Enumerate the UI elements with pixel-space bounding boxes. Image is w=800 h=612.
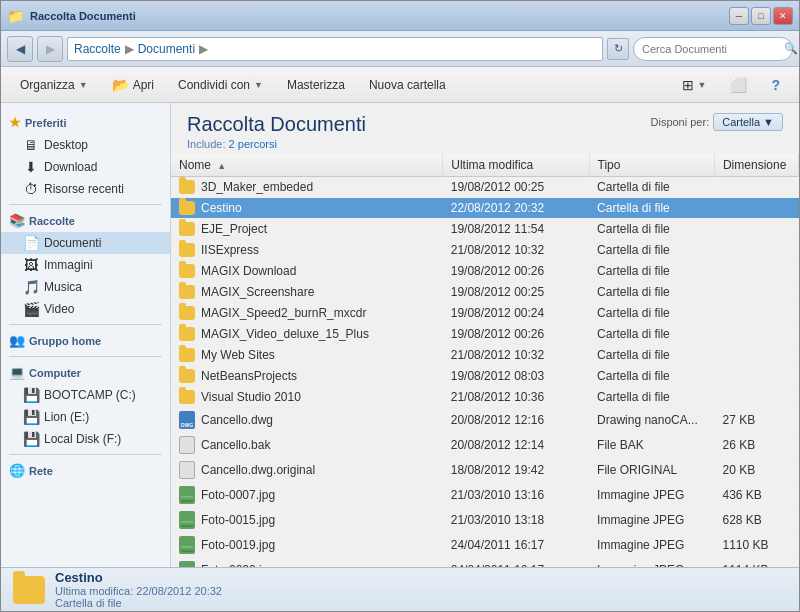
sidebar-group-header-computer[interactable]: 💻 Computer (1, 361, 170, 384)
table-row[interactable]: IISExpress 21/08/2012 10:32 Cartella di … (171, 240, 799, 261)
view-dropdown-icon: ▼ (698, 80, 707, 90)
cell-name: NetBeansProjects (171, 366, 443, 387)
folder-icon (179, 306, 195, 320)
sidebar-group-gruppo-home: 👥 Gruppo home (1, 329, 170, 352)
sidebar-musica-label: Musica (44, 280, 82, 294)
preview-button[interactable]: ⬜ (719, 71, 758, 99)
breadcrumb-sep1: ▶ (125, 42, 134, 56)
organizza-button[interactable]: Organizza ▼ (9, 71, 99, 99)
col-header-data[interactable]: Ultima modifica (443, 154, 589, 177)
masterizza-button[interactable]: Masterizza (276, 71, 356, 99)
file-row-name: MAGIX_Video_deluxe_15_Plus (179, 327, 435, 341)
cell-size (714, 345, 798, 366)
help-icon: ? (771, 77, 780, 93)
cell-date: 21/08/2012 10:32 (443, 345, 589, 366)
cell-name: EJE_Project (171, 219, 443, 240)
table-row[interactable]: Foto-0020.jpg 24/04/2011 16:17 Immagine … (171, 558, 799, 568)
table-row[interactable]: My Web Sites 21/08/2012 10:32 Cartella d… (171, 345, 799, 366)
raccolte-icon: 📚 (9, 213, 25, 228)
file-row-name: NetBeansProjects (179, 369, 435, 383)
rete-label: Rete (29, 465, 53, 477)
percorsi-link[interactable]: 2 percorsi (229, 138, 277, 150)
table-row[interactable]: 3D_Maker_embeded 19/08/2012 00:25 Cartel… (171, 177, 799, 198)
table-row[interactable]: Cancello.bak 20/08/2012 12:14 File BAK 2… (171, 433, 799, 458)
col-header-dimensione[interactable]: Dimensione (714, 154, 798, 177)
cell-name: My Web Sites (171, 345, 443, 366)
cell-size (714, 324, 798, 345)
back-button[interactable]: ◀ (7, 36, 33, 62)
view-icon: ⊞ (682, 77, 694, 93)
table-row[interactable]: MAGIX_Screenshare 19/08/2012 00:25 Carte… (171, 282, 799, 303)
nuova-cartella-button[interactable]: Nuova cartella (358, 71, 457, 99)
table-row[interactable]: Cancello.dwg 20/08/2012 12:16 Drawing na… (171, 408, 799, 433)
breadcrumb-documenti[interactable]: Documenti (138, 42, 195, 56)
file-name-text: Foto-0019.jpg (201, 538, 275, 552)
sidebar-item-video[interactable]: 🎬 Video (1, 298, 170, 320)
file-row-name: MAGIX_Speed2_burnR_mxcdr (179, 306, 435, 320)
table-row[interactable]: MAGIX Download 19/08/2012 00:26 Cartella… (171, 261, 799, 282)
help-button[interactable]: ? (760, 71, 791, 99)
sidebar-item-lion[interactable]: 💾 Lion (E:) (1, 406, 170, 428)
sidebar-group-header-raccolte[interactable]: 📚 Raccolte (1, 209, 170, 232)
sidebar-item-desktop[interactable]: 🖥 Desktop (1, 134, 170, 156)
close-button[interactable]: ✕ (773, 7, 793, 25)
view-options-button[interactable]: ⊞ ▼ (671, 71, 718, 99)
sidebar-localdisk-label: Local Disk (F:) (44, 432, 121, 446)
file-table-container[interactable]: Nome ▲ Ultima modifica Tipo Dimensione (171, 154, 799, 567)
cell-size: 20 KB (714, 458, 798, 483)
search-input[interactable] (642, 43, 780, 55)
table-row[interactable]: EJE_Project 19/08/2012 11:54 Cartella di… (171, 219, 799, 240)
cell-name: Visual Studio 2010 (171, 387, 443, 408)
refresh-button[interactable]: ↻ (607, 38, 629, 60)
sidebar-video-label: Video (44, 302, 74, 316)
col-header-nome[interactable]: Nome ▲ (171, 154, 443, 177)
table-row[interactable]: NetBeansProjects 19/08/2012 08:03 Cartel… (171, 366, 799, 387)
folder-icon (179, 201, 195, 215)
apri-label: Apri (133, 78, 154, 92)
file-name-text: Foto-0020.jpg (201, 563, 275, 567)
sidebar-item-localdisk[interactable]: 💾 Local Disk (F:) (1, 428, 170, 450)
sidebar-item-download[interactable]: ⬇ Download (1, 156, 170, 178)
table-row[interactable]: Foto-0015.jpg 21/03/2010 13:18 Immagine … (171, 508, 799, 533)
sort-arrow-nome: ▲ (217, 161, 226, 171)
folder-icon (179, 222, 195, 236)
file-row-name: 3D_Maker_embeded (179, 180, 435, 194)
maximize-button[interactable]: □ (751, 7, 771, 25)
file-area: Raccolta Documenti Include: 2 percorsi D… (171, 103, 799, 567)
divider-1 (9, 204, 162, 205)
cell-type: Drawing nanoCA... (589, 408, 714, 433)
sidebar-group-header-preferiti[interactable]: ★ Preferiti (1, 111, 170, 134)
breadcrumb[interactable]: Raccolte ▶ Documenti ▶ (67, 37, 603, 61)
file-name-text: NetBeansProjects (201, 369, 297, 383)
apri-button[interactable]: 📂 Apri (101, 71, 165, 99)
table-row[interactable]: MAGIX_Speed2_burnR_mxcdr 19/08/2012 00:2… (171, 303, 799, 324)
sidebar-item-musica[interactable]: 🎵 Musica (1, 276, 170, 298)
cell-date: 19/08/2012 00:25 (443, 282, 589, 303)
table-row[interactable]: Foto-0019.jpg 24/04/2011 16:17 Immagine … (171, 533, 799, 558)
table-row[interactable]: Foto-0007.jpg 21/03/2010 13:16 Immagine … (171, 483, 799, 508)
table-row[interactable]: MAGIX_Video_deluxe_15_Plus 19/08/2012 00… (171, 324, 799, 345)
cell-date: 19/08/2012 08:03 (443, 366, 589, 387)
condividi-button[interactable]: Condividi con ▼ (167, 71, 274, 99)
cell-type: File ORIGINAL (589, 458, 714, 483)
sidebar-item-immagini[interactable]: 🖼 Immagini (1, 254, 170, 276)
breadcrumb-raccolte[interactable]: Raccolte (74, 42, 121, 56)
table-row[interactable]: Visual Studio 2010 21/08/2012 10:36 Cart… (171, 387, 799, 408)
table-row[interactable]: Cancello.dwg.original 18/08/2012 19:42 F… (171, 458, 799, 483)
sidebar-group-header-rete[interactable]: 🌐 Rete (1, 459, 170, 482)
sidebar-item-risorse[interactable]: ⏱ Risorse recenti (1, 178, 170, 200)
folder-icon (179, 348, 195, 362)
cell-date: 19/08/2012 00:26 (443, 261, 589, 282)
folder-icon (179, 390, 195, 404)
sidebar-item-documenti[interactable]: 📄 Documenti (1, 232, 170, 254)
sidebar-item-bootcamp[interactable]: 💾 BOOTCAMP (C:) (1, 384, 170, 406)
search-icon: 🔍 (784, 42, 798, 55)
col-header-tipo[interactable]: Tipo (589, 154, 714, 177)
forward-button[interactable]: ▶ (37, 36, 63, 62)
table-row[interactable]: Cestino 22/08/2012 20:32 Cartella di fil… (171, 198, 799, 219)
bak-icon (179, 436, 195, 454)
sidebar-group-header-gruppo[interactable]: 👥 Gruppo home (1, 329, 170, 352)
cell-type: Cartella di file (589, 219, 714, 240)
minimize-button[interactable]: ─ (729, 7, 749, 25)
cartella-button[interactable]: Cartella ▼ (713, 113, 783, 131)
